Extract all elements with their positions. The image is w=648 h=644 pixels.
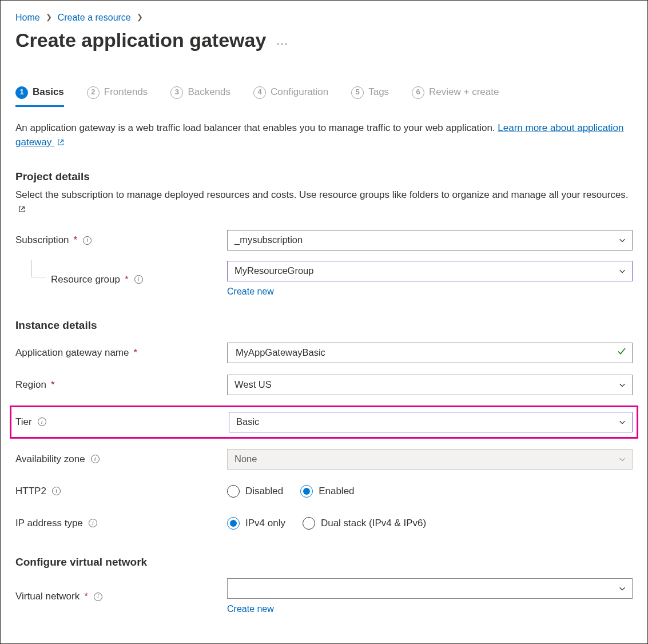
chevron-down-icon	[618, 236, 626, 244]
info-icon[interactable]: i	[134, 275, 143, 284]
section-desc-project-details: Select the subscription to manage deploy…	[15, 188, 633, 216]
label-gateway-name: Application gateway name *	[15, 346, 227, 360]
tier-row-highlight: Tier i Basic	[10, 406, 638, 439]
breadcrumb: Home ❯ Create a resource ❯	[15, 11, 633, 24]
external-link-icon	[18, 205, 26, 213]
radio-label: Disabled	[245, 484, 283, 499]
breadcrumb-create-resource[interactable]: Create a resource	[58, 11, 131, 24]
label-availability-zone: Availability zone i	[15, 452, 227, 467]
chevron-down-icon	[618, 381, 626, 389]
tree-connector-icon	[31, 260, 46, 277]
breadcrumb-home[interactable]: Home	[15, 11, 40, 24]
label-http2: HTTP2 i	[15, 484, 227, 499]
section-head-configure-vnet: Configure virtual network	[15, 554, 633, 570]
tab-step-number: 1	[15, 86, 28, 99]
tab-frontends[interactable]: 2 Frontends	[87, 85, 148, 107]
label-region: Region *	[15, 378, 227, 392]
label-virtual-network: Virtual network * i	[15, 590, 227, 604]
label-tier: Tier i	[15, 415, 229, 430]
tab-step-number: 6	[412, 86, 424, 99]
info-icon[interactable]: i	[91, 455, 100, 463]
radio-icon	[227, 485, 240, 498]
tab-step-number: 2	[87, 86, 100, 99]
gateway-name-input[interactable]	[227, 343, 633, 363]
tab-configuration[interactable]: 4 Configuration	[253, 85, 328, 107]
label-resource-group: Resource group * i	[15, 273, 227, 287]
info-icon[interactable]: i	[52, 487, 61, 495]
info-icon[interactable]: i	[83, 236, 92, 245]
required-asterisk: *	[84, 590, 88, 604]
intro-text: An application gateway is a web traffic …	[15, 121, 633, 149]
tab-label: Review + create	[429, 85, 499, 100]
section-head-project-details: Project details	[15, 169, 633, 185]
tab-review-create[interactable]: 6 Review + create	[412, 85, 499, 107]
ip-v4-only-radio[interactable]: IPv4 only	[227, 516, 285, 531]
required-asterisk: *	[125, 273, 129, 287]
more-actions-button[interactable]: ···	[276, 36, 288, 51]
chevron-down-icon	[618, 418, 626, 426]
external-link-icon	[57, 138, 65, 146]
tab-label: Frontends	[104, 85, 148, 100]
chevron-down-icon	[618, 267, 626, 275]
chevron-right-icon: ❯	[137, 12, 143, 23]
tab-step-number: 3	[170, 86, 183, 99]
resource-group-value: MyResourceGroup	[234, 264, 313, 278]
ip-dual-stack-radio[interactable]: Dual stack (IPv4 & IPv6)	[303, 516, 426, 531]
tier-select[interactable]: Basic	[229, 412, 633, 432]
virtual-network-select[interactable]	[227, 578, 633, 599]
tab-label: Tags	[368, 85, 389, 100]
tab-tags[interactable]: 5 Tags	[351, 85, 389, 107]
create-new-resource-group-link[interactable]: Create new	[227, 285, 633, 298]
radio-label: IPv4 only	[245, 516, 285, 531]
label-ip-address-type: IP address type i	[15, 516, 227, 531]
gateway-name-field[interactable]	[234, 343, 611, 363]
availability-zone-value: None	[234, 452, 257, 466]
tab-step-number: 4	[253, 86, 266, 99]
info-icon[interactable]: i	[89, 519, 97, 527]
required-asterisk: *	[51, 378, 55, 392]
page-title: Create application gateway	[15, 26, 266, 54]
radio-icon	[227, 517, 240, 530]
http2-disabled-radio[interactable]: Disabled	[227, 484, 283, 499]
required-asterisk: *	[74, 233, 78, 248]
tab-label: Backends	[188, 85, 230, 100]
wizard-tabs: 1 Basics 2 Frontends 3 Backends 4 Config…	[15, 85, 633, 108]
section-head-instance-details: Instance details	[15, 317, 633, 333]
label-subscription: Subscription * i	[15, 233, 227, 248]
required-asterisk: *	[133, 346, 137, 360]
region-select[interactable]: West US	[227, 375, 633, 395]
radio-icon	[303, 517, 315, 530]
radio-icon	[300, 485, 313, 498]
region-value: West US	[234, 378, 272, 392]
http2-enabled-radio[interactable]: Enabled	[300, 484, 354, 499]
subscription-select[interactable]: _mysubscription	[227, 230, 633, 251]
tab-label: Configuration	[271, 85, 328, 100]
resource-group-select[interactable]: MyResourceGroup	[227, 261, 633, 281]
create-new-vnet-link[interactable]: Create new	[227, 602, 633, 615]
check-icon	[617, 346, 626, 360]
subscription-value: _mysubscription	[234, 233, 303, 247]
info-icon[interactable]: i	[94, 593, 102, 601]
intro-body: An application gateway is a web traffic …	[15, 122, 498, 133]
tier-value: Basic	[236, 415, 259, 429]
tab-label: Basics	[33, 85, 64, 100]
info-icon[interactable]: i	[38, 418, 46, 426]
radio-label: Dual stack (IPv4 & IPv6)	[321, 516, 426, 531]
tab-backends[interactable]: 3 Backends	[170, 85, 230, 107]
chevron-down-icon	[618, 455, 626, 463]
tab-basics[interactable]: 1 Basics	[15, 85, 64, 107]
chevron-down-icon	[618, 585, 626, 593]
radio-label: Enabled	[319, 484, 354, 499]
chevron-right-icon: ❯	[46, 12, 52, 23]
availability-zone-select: None	[227, 449, 633, 470]
tab-step-number: 5	[351, 86, 364, 99]
